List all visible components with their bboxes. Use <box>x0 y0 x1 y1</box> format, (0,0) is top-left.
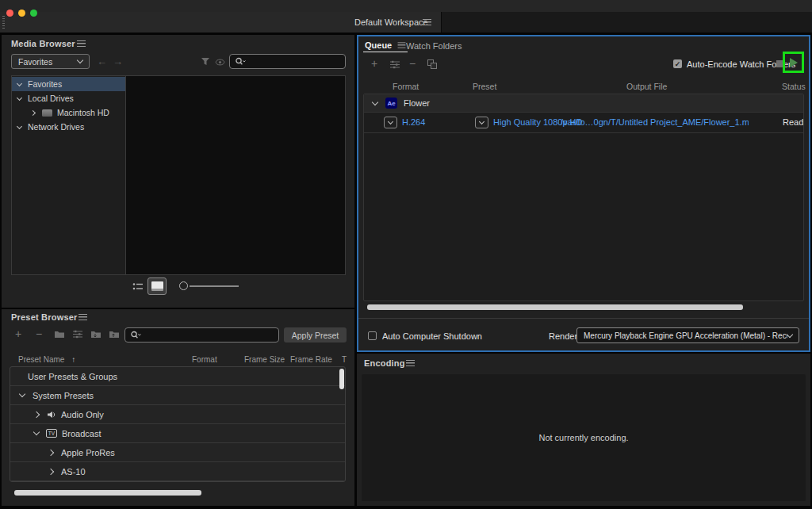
forward-button[interactable]: → <box>113 55 123 67</box>
tree-item-macintosh-hd[interactable]: Macintosh HD <box>12 105 125 120</box>
list-view-icon[interactable] <box>132 282 144 293</box>
add-source-button[interactable]: + <box>371 58 377 69</box>
preset-row-broadcast[interactable]: TV Broadcast <box>10 424 345 443</box>
start-queue-button[interactable] <box>790 58 798 67</box>
renderer-dropdown[interactable]: Mercury Playback Engine GPU Acceleration… <box>576 327 799 343</box>
preset-row-label: System Presets <box>33 391 94 400</box>
chevron-down-icon[interactable] <box>17 80 22 86</box>
media-search-input[interactable] <box>247 57 340 67</box>
search-icon <box>235 57 247 66</box>
auto-encode-checkbox[interactable]: ✓ <box>673 59 682 68</box>
tv-icon: TV <box>46 429 57 438</box>
thumbnail-view-button[interactable] <box>147 277 167 295</box>
chevron-down-icon[interactable] <box>33 429 40 435</box>
traffic-light-close[interactable] <box>6 10 13 17</box>
column-label: Preset Name <box>18 355 64 364</box>
column-header-target[interactable]: T <box>342 355 347 364</box>
workspace-menu-icon[interactable] <box>423 19 431 25</box>
preset-row-user-presets[interactable]: User Presets & Groups <box>10 367 345 386</box>
media-browser-panel: Media Browser Favorites ← → Favorites Lo… <box>2 35 354 308</box>
queue-column-format: Format <box>393 82 419 91</box>
chevron-down-icon <box>388 118 393 124</box>
tree-item-favorites[interactable]: Favorites <box>12 77 125 91</box>
chevron-right-icon[interactable] <box>30 109 36 115</box>
export-preset-icon[interactable] <box>109 330 120 340</box>
preset-settings-icon[interactable] <box>72 330 83 340</box>
column-header-format[interactable]: Format <box>192 355 217 364</box>
chevron-down-icon[interactable] <box>372 98 378 105</box>
add-preset-button[interactable]: + <box>15 328 21 339</box>
chevron-down-icon[interactable] <box>19 391 25 397</box>
workspace-tab[interactable]: Default Workspace <box>0 12 442 33</box>
column-header-preset-name[interactable]: Preset Name ↑ <box>18 355 75 364</box>
zoom-slider-track[interactable] <box>190 285 239 287</box>
queue-panel: Queue Watch Folders + − ✓ Auto-Encode Wa… <box>357 35 810 352</box>
media-search-field[interactable] <box>229 54 346 69</box>
queue-item-output-link[interactable]: /var/fo…0gn/T/Untitled Project_AME/Flowe… <box>561 117 749 127</box>
preset-browser-menu-icon[interactable] <box>79 314 87 320</box>
tree-item-network-drives[interactable]: Network Drives <box>12 120 125 134</box>
queue-column-status: Status <box>782 82 806 91</box>
panel-grip[interactable] <box>2 16 5 29</box>
remove-source-button[interactable]: − <box>409 58 416 69</box>
chevron-right-icon[interactable] <box>48 449 54 455</box>
queue-group-row[interactable]: Ae Flower <box>364 94 803 113</box>
preset-search-field[interactable] <box>124 327 279 343</box>
filter-icon[interactable] <box>201 57 210 67</box>
duplicate-icon[interactable] <box>427 59 434 66</box>
chevron-down-icon[interactable] <box>17 94 22 100</box>
queue-item-format-link[interactable]: H.264 <box>402 117 425 127</box>
tab-watch-folders[interactable]: Watch Folders <box>406 41 462 51</box>
chevron-right-icon[interactable] <box>33 411 40 417</box>
back-button[interactable]: ← <box>97 55 107 67</box>
eye-icon[interactable] <box>215 58 225 67</box>
import-preset-icon[interactable] <box>90 330 102 340</box>
media-browser-menu-icon[interactable] <box>77 40 86 47</box>
queue-horizontal-scrollbar[interactable] <box>367 304 743 310</box>
tv-icon-label: TV <box>48 431 55 436</box>
chevron-down-icon[interactable] <box>17 123 22 128</box>
drive-icon <box>42 109 52 117</box>
queue-list: Ae Flower H.264 High Quality 1080p HD /v… <box>363 94 804 301</box>
encoding-menu-icon[interactable] <box>406 360 415 366</box>
auto-shutdown-label: Auto Computer Shutdown <box>382 331 482 341</box>
preset-row-apple-prores[interactable]: Apple ProRes <box>10 443 345 462</box>
preset-search-input[interactable] <box>142 331 274 340</box>
auto-shutdown-checkbox[interactable] <box>368 331 377 340</box>
chevron-right-icon[interactable] <box>48 468 54 474</box>
queue-item-row[interactable]: H.264 High Quality 1080p HD /var/fo…0gn/… <box>364 113 803 133</box>
preset-row-label: User Presets & Groups <box>28 372 117 381</box>
column-header-frame-size[interactable]: Frame Size <box>244 355 285 364</box>
queue-column-preset: Preset <box>473 82 496 91</box>
encoding-content: Not currently encoding. <box>362 374 806 501</box>
queue-column-output-file: Output File <box>626 82 667 91</box>
encoding-status-message: Not currently encoding. <box>538 433 628 442</box>
titlebar <box>0 0 812 12</box>
remove-preset-button[interactable]: − <box>36 328 42 339</box>
preset-row-system-presets[interactable]: System Presets <box>10 386 345 405</box>
preset-list-horizontal-scrollbar[interactable] <box>14 490 201 496</box>
preset-row-as10[interactable]: AS-10 <box>10 462 345 481</box>
column-header-frame-rate[interactable]: Frame Rate <box>290 355 332 364</box>
apply-preset-button[interactable]: Apply Preset <box>284 327 347 343</box>
tree-item-local-drives[interactable]: Local Drives <box>12 91 125 105</box>
add-output-icon[interactable] <box>389 60 400 71</box>
sort-ascending-icon: ↑ <box>71 355 75 364</box>
traffic-light-minimize[interactable] <box>18 10 25 17</box>
traffic-light-zoom[interactable] <box>30 10 37 17</box>
queue-menu-icon[interactable] <box>398 42 406 48</box>
preset-list-vertical-scrollbar[interactable] <box>339 369 344 389</box>
after-effects-badge: Ae <box>385 98 397 109</box>
tree-item-label: Network Drives <box>28 122 84 132</box>
workspace-tab-bar: Default Workspace <box>0 12 812 33</box>
preset-row-label: AS-10 <box>61 467 86 476</box>
new-preset-group-icon[interactable] <box>54 330 65 340</box>
chevron-down-icon <box>787 331 793 337</box>
media-source-dropdown[interactable]: Favorites <box>11 54 90 69</box>
format-dropdown-button[interactable] <box>384 117 397 128</box>
preset-row-audio-only[interactable]: Audio Only <box>10 405 345 424</box>
tab-queue[interactable]: Queue <box>363 39 408 52</box>
zoom-slider-knob[interactable] <box>179 281 188 290</box>
preset-browser-panel: Preset Browser + − Apply Preset Preset N… <box>2 309 354 506</box>
preset-dropdown-button[interactable] <box>475 117 488 128</box>
